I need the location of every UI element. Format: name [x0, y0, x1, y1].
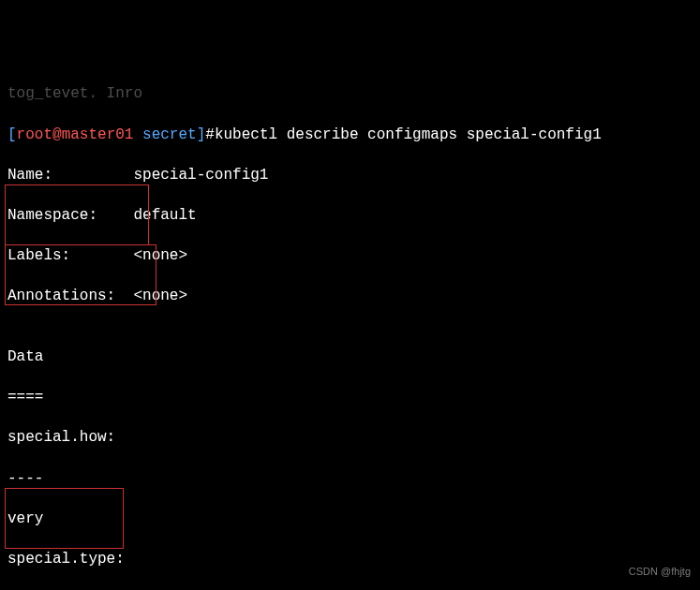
out1-data-sep: ==== — [7, 388, 693, 408]
watermark: CSDN @fhjtg — [629, 565, 691, 579]
command-1: kubectl describe configmaps special-conf… — [215, 126, 602, 143]
ps1-host: master01 — [62, 126, 134, 143]
ps1-hash: # — [205, 126, 215, 143]
out1-annotations: Annotations: <none> — [7, 287, 693, 307]
out1-namespace: Namespace: default — [7, 206, 693, 227]
out1-key1-dashes: ---- — [7, 469, 693, 490]
out1-key1: special.how: — [7, 428, 693, 449]
ps1-close: ] — [197, 126, 206, 143]
out1-name: Name: special-config1 — [7, 166, 693, 186]
ps1-space — [133, 126, 142, 143]
out1-data-header: Data — [7, 347, 693, 368]
prompt-line-1[interactable]: [root@master01 secret]#kubectl describe … — [7, 125, 693, 146]
out1-key1-value: very — [7, 509, 693, 530]
out1-key2: special.type: — [7, 550, 693, 570]
top-truncated-line: tog_tevet. Inro — [7, 84, 693, 105]
out1-labels: Labels: <none> — [7, 246, 693, 267]
ps1-user: root — [17, 126, 52, 143]
ps1-path: secret — [142, 126, 197, 143]
ps1-open: [ — [7, 126, 17, 143]
ps1-at: @ — [52, 126, 62, 143]
